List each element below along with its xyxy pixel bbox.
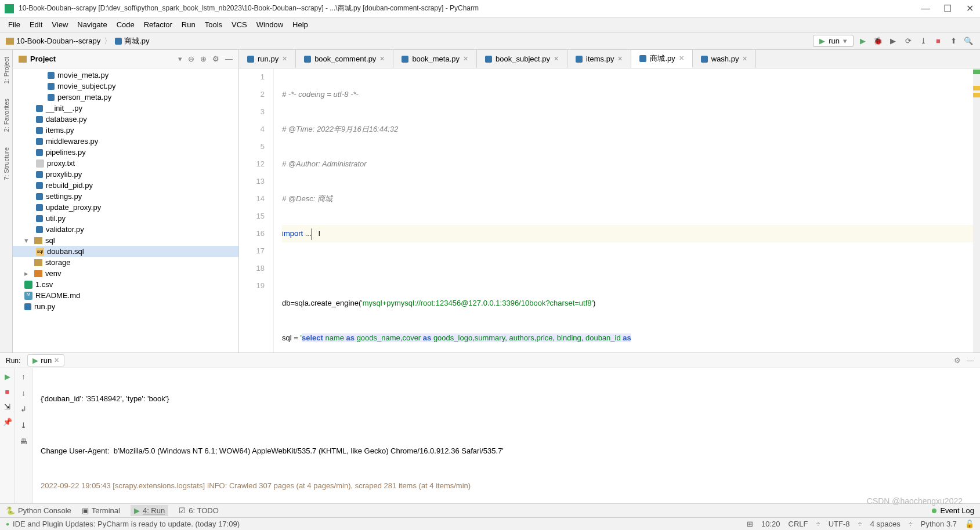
tree-item[interactable]: storage: [13, 257, 238, 268]
run-console-output[interactable]: {'douban_id': '35148942', 'type': 'book'…: [32, 368, 980, 503]
close-icon[interactable]: ✕: [742, 55, 747, 63]
close-icon[interactable]: ✕: [54, 357, 59, 364]
lock-icon[interactable]: 🔓: [965, 520, 974, 528]
tab-event-log[interactable]: Event Log: [940, 506, 974, 515]
vcs-update-button[interactable]: ⬆: [948, 35, 959, 47]
hide-icon[interactable]: —: [225, 55, 233, 63]
project-tree[interactable]: movie_meta.pymovie_subject.pyperson_meta…: [13, 68, 238, 353]
up-stack-button[interactable]: ↑: [18, 371, 30, 382]
tree-item[interactable]: items.py: [13, 125, 238, 136]
collapse-icon[interactable]: ⊖: [188, 55, 194, 63]
close-icon[interactable]: ✕: [679, 55, 684, 62]
chevron-down-icon[interactable]: ▾: [178, 55, 182, 63]
close-icon[interactable]: ✕: [379, 55, 385, 63]
tree-item[interactable]: settings.py: [13, 191, 238, 202]
expand-icon[interactable]: ▾: [24, 236, 31, 245]
tab-python-console[interactable]: 🐍 Python Console: [6, 506, 71, 515]
menu-window[interactable]: Window: [252, 18, 288, 31]
editor-tab[interactable]: book_comment.py✕: [296, 50, 393, 68]
maximize-button[interactable]: ☐: [942, 3, 953, 14]
side-tab-structure[interactable]: 7: Structure: [2, 143, 11, 185]
status-message[interactable]: IDE and Plugin Updates: PyCharm is ready…: [13, 520, 240, 528]
menu-edit[interactable]: Edit: [25, 18, 47, 31]
close-icon[interactable]: ✕: [554, 55, 559, 63]
tree-item[interactable]: database.py: [13, 114, 238, 125]
tree-item[interactable]: ▸venv: [13, 268, 238, 279]
side-tab-favorites[interactable]: 2: Favorites: [2, 94, 11, 136]
editor-tab[interactable]: book_subject.py✕: [477, 50, 567, 68]
menu-navigate[interactable]: Navigate: [73, 18, 111, 31]
tab-terminal[interactable]: ▣ Terminal: [82, 506, 120, 515]
print-button[interactable]: 🖶: [18, 435, 30, 447]
editor-gutter[interactable]: 123451213141516171819: [239, 68, 274, 353]
cursor-position[interactable]: 10:20: [761, 520, 780, 528]
code-area[interactable]: # -*- codeing = utf-8 -*- # @Time: 2022年…: [274, 68, 980, 353]
file-encoding[interactable]: UTF-8: [829, 520, 850, 528]
menu-tools[interactable]: Tools: [200, 18, 227, 31]
gear-icon[interactable]: ⚙: [212, 55, 219, 63]
search-button[interactable]: 🔍: [963, 35, 974, 47]
editor-tab[interactable]: wash.py✕: [693, 50, 757, 68]
tree-item[interactable]: person_meta.py: [13, 92, 238, 103]
tree-item[interactable]: movie_subject.py: [13, 81, 238, 92]
editor-tab[interactable]: 商城.py✕: [631, 50, 692, 68]
indent-info[interactable]: 4 spaces: [870, 520, 901, 528]
menu-file[interactable]: File: [3, 18, 25, 31]
rerun-button[interactable]: ▶: [2, 371, 13, 382]
editor-tab[interactable]: items.py✕: [567, 50, 631, 68]
editor-tab[interactable]: run.py✕: [239, 50, 296, 68]
run-config-selector[interactable]: ▶ run ▾: [813, 35, 854, 47]
menu-run[interactable]: Run: [177, 18, 200, 31]
tree-item[interactable]: ▾sql: [13, 235, 238, 246]
menu-vcs[interactable]: VCS: [227, 18, 252, 31]
attach-button[interactable]: ⤓: [917, 35, 929, 47]
close-button[interactable]: ✕: [964, 3, 975, 14]
gear-icon[interactable]: ⚙: [954, 356, 961, 365]
soft-wrap-button[interactable]: ↲: [18, 403, 30, 415]
tree-item[interactable]: run.py: [13, 301, 238, 312]
stop-button[interactable]: ■: [932, 35, 944, 47]
close-icon[interactable]: ✕: [617, 55, 623, 63]
tree-item[interactable]: validator.py: [13, 224, 238, 235]
close-icon[interactable]: ✕: [282, 55, 287, 63]
menu-refactor[interactable]: Refactor: [139, 18, 177, 31]
tree-item[interactable]: pipelines.py: [13, 147, 238, 158]
side-tab-project[interactable]: 1: Project: [2, 52, 11, 88]
editor-scrollbar[interactable]: [973, 68, 980, 353]
tree-item[interactable]: middlewares.py: [13, 136, 238, 147]
tree-item[interactable]: 1.csv: [13, 279, 238, 290]
line-separator[interactable]: CRLF: [789, 520, 808, 528]
breadcrumb-file[interactable]: 商城.py: [115, 36, 149, 46]
tree-item[interactable]: proxylib.py: [13, 169, 238, 180]
interpreter-info[interactable]: Python 3.7: [921, 520, 957, 528]
profile-button[interactable]: ⟳: [902, 35, 914, 47]
close-icon[interactable]: ✕: [463, 55, 468, 63]
tab-todo[interactable]: ☑ 6: TODO: [179, 506, 219, 515]
run-button[interactable]: ▶: [857, 35, 869, 47]
menu-code[interactable]: Code: [112, 18, 139, 31]
breadcrumb-root[interactable]: 10-Book-Douban--scrapy: [6, 37, 100, 45]
pin-button[interactable]: 📌: [2, 416, 13, 427]
restore-layout-button[interactable]: ⇲: [2, 401, 13, 412]
tree-item[interactable]: proxy.txt: [13, 158, 238, 169]
tree-item[interactable]: rebuild_pid.py: [13, 180, 238, 191]
run-tab[interactable]: ▶ run ✕: [27, 354, 64, 366]
tab-run[interactable]: ▶ 4: Run: [131, 505, 168, 516]
scroll-to-end-button[interactable]: ⤓: [18, 419, 30, 431]
menu-view[interactable]: View: [47, 18, 73, 31]
tree-item[interactable]: update_proxy.py: [13, 202, 238, 213]
stop-button[interactable]: ■: [2, 386, 13, 397]
goto-line-icon[interactable]: ⊞: [747, 520, 753, 528]
hide-icon[interactable]: —: [967, 356, 974, 365]
tree-item[interactable]: sqldouban.sql: [13, 246, 238, 257]
scroll-from-source-icon[interactable]: ⊕: [200, 55, 207, 63]
tree-item[interactable]: __init__.py: [13, 103, 238, 114]
minimize-button[interactable]: —: [920, 3, 931, 14]
editor-tab[interactable]: book_meta.py✕: [393, 50, 477, 68]
tree-item[interactable]: movie_meta.py: [13, 70, 238, 81]
down-stack-button[interactable]: ↓: [18, 387, 30, 398]
tree-item[interactable]: util.py: [13, 213, 238, 224]
coverage-button[interactable]: ▶: [887, 35, 899, 47]
expand-icon[interactable]: ▸: [24, 269, 31, 278]
tree-item[interactable]: MREADME.md: [13, 290, 238, 301]
